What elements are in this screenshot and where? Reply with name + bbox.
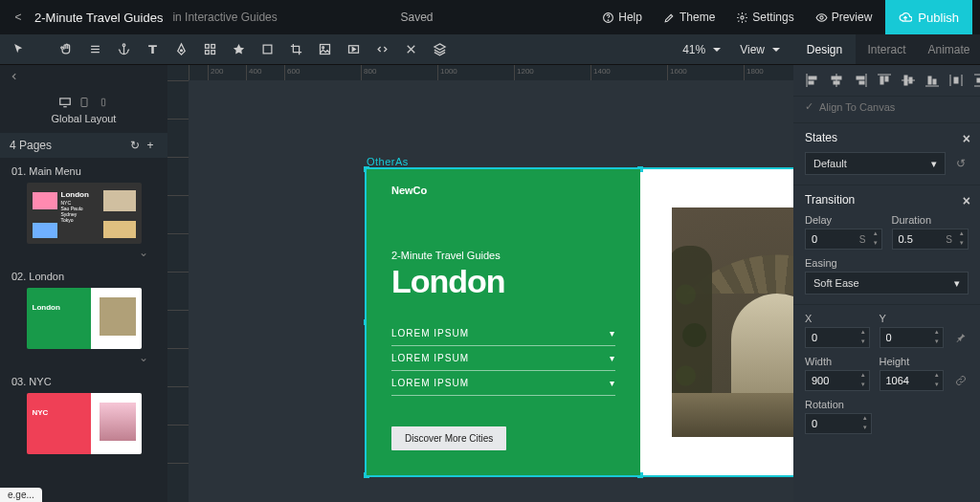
accordion-row[interactable]: LOREM IPSUM▾ [391,371,615,396]
width-input[interactable]: ▴▾ [805,370,870,391]
transition-close-button[interactable]: × [963,193,970,208]
page-thumb: London [27,288,142,349]
settings-button[interactable]: Settings [728,11,801,24]
page-item-expand[interactable]: ⌄ [11,349,156,364]
publish-button[interactable]: Publish [885,0,972,34]
tab-interact[interactable]: Interact [856,34,918,64]
easing-label: Easing [805,257,969,269]
ruler-corner [167,65,189,80]
align-center-h-button[interactable] [829,73,844,88]
ruler-vertical [167,80,189,502]
global-layout-label: Global Layout [0,113,167,124]
pages-refresh-button[interactable]: ↻ [127,139,143,152]
page-item-nyc[interactable]: 03. NYC NYC [0,368,167,458]
page-photo [672,207,793,437]
device-tablet-icon[interactable] [77,96,92,109]
duration-input[interactable]: S▴▾ [892,229,969,250]
text-tool[interactable] [140,37,165,62]
image-tool[interactable] [312,37,337,62]
accordion-row[interactable]: LOREM IPSUM▾ [391,321,615,346]
state-reset-button[interactable]: ↺ [953,157,969,170]
height-input[interactable]: ▴▾ [880,370,945,391]
paragraph-tool[interactable] [82,37,107,62]
page-subtitle: 2-Minute Travel Guides [391,250,615,261]
stepper-down[interactable]: ▾ [956,239,968,249]
align-center-v-button[interactable] [901,73,916,88]
delay-input[interactable]: S▴▾ [805,229,882,250]
align-to-canvas-toggle[interactable]: ✓ Align To Canvas [793,97,980,123]
distribute-v-button[interactable] [972,73,980,88]
view-dropdown[interactable]: View [732,43,788,56]
link-dimensions-button[interactable] [953,370,969,391]
selected-artboard[interactable]: NewCo 2-Minute Travel Guides London LORE… [367,169,793,475]
preview-button[interactable]: Preview [808,11,880,24]
project-title: 2-Minute Travel Guides [34,11,163,25]
x-label: X [805,313,870,324]
zoom-dropdown[interactable]: 41% [675,43,728,56]
canvas[interactable]: 200 400 600 800 1000 1200 1400 1600 1800… [167,65,793,502]
embed-tool[interactable] [369,37,394,62]
y-input[interactable]: ▴▾ [880,327,945,348]
svg-point-2 [741,15,744,18]
video-tool[interactable] [341,37,366,62]
pin-button[interactable] [953,327,969,348]
device-bar: Global Layout [0,88,167,133]
page-item-main-menu[interactable]: 01. Main Menu LondonNYCSao PauloSydneyTo… [0,158,167,263]
device-desktop-icon[interactable] [57,96,73,109]
tab-animate[interactable]: Animate [918,34,980,64]
left-sidebar: Global Layout 4 Pages ↻ + 01. Main Menu … [0,65,167,502]
chevron-down-icon: ▾ [610,328,615,338]
states-title: States [805,131,969,144]
page-item-expand[interactable]: ⌄ [11,244,156,259]
component-tool[interactable] [197,37,222,62]
cursor-tool[interactable] [6,37,31,62]
frame-tool[interactable] [255,37,279,62]
stepper-up[interactable]: ▴ [870,229,881,239]
crop-tool[interactable] [283,37,308,62]
page-item-london[interactable]: 02. London London ⌄ [0,263,167,368]
selected-artboard-label[interactable]: OtherAs [367,156,409,167]
layers-tool[interactable] [427,37,452,62]
shape-tool[interactable] [226,37,251,62]
svg-rect-17 [59,98,70,104]
align-left-button[interactable] [805,73,820,88]
chevron-left-icon [10,72,19,81]
brush-icon [663,11,676,24]
svg-point-8 [180,50,182,52]
settings-label: Settings [752,11,793,24]
pages-add-button[interactable]: + [143,139,158,152]
discover-button[interactable]: Discover More Cities [391,426,506,450]
easing-select[interactable]: Soft Ease▾ [805,272,969,295]
rotation-input[interactable]: ▴▾ [805,413,872,434]
svg-rect-19 [101,98,104,106]
align-to-canvas-label: Align To Canvas [819,101,895,113]
save-status: Saved [401,11,434,24]
pen-tool[interactable] [168,37,193,62]
device-mobile-icon[interactable] [96,96,111,109]
top-bar: < 2-Minute Travel Guides in Interactive … [0,0,980,34]
state-select[interactable]: Default▾ [805,152,946,175]
states-close-button[interactable]: × [963,131,970,146]
x-input[interactable]: ▴▾ [805,327,870,348]
stepper-down[interactable]: ▾ [870,239,881,249]
svg-rect-24 [832,76,841,79]
accordion-row[interactable]: LOREM IPSUM▾ [391,346,615,371]
align-top-button[interactable] [877,73,892,88]
hand-tool[interactable] [54,37,78,62]
svg-rect-40 [954,77,958,83]
utilities-tool[interactable] [398,37,423,62]
distribute-h-button[interactable] [948,73,964,88]
svg-point-7 [122,44,125,47]
back-button[interactable]: < [8,11,29,24]
stepper-up[interactable]: ▴ [956,229,968,239]
tab-design[interactable]: Design [793,34,856,64]
align-bottom-button[interactable] [924,73,940,88]
anchor-tool[interactable] [111,37,136,62]
help-button[interactable]: Help [594,11,650,24]
theme-button[interactable]: Theme [656,11,723,24]
collapse-sidebar-button[interactable] [0,65,167,88]
align-right-button[interactable] [853,73,868,88]
svg-rect-33 [904,76,907,85]
gear-icon [736,11,748,24]
geometry-section: X ▴▾ Y ▴▾ Width ▴▾ Height ▴▾ [793,305,980,444]
